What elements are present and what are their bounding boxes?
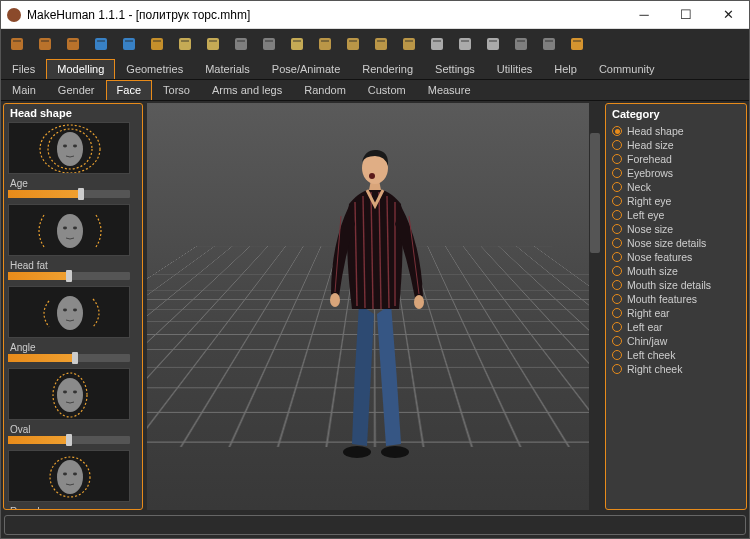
svg-rect-15 [209,40,217,42]
grid-icon[interactable] [229,32,253,56]
shape-thumb-head-fat[interactable] [8,204,130,256]
tab-geometries[interactable]: Geometries [115,59,194,79]
tab-pose-animate[interactable]: Pose/Animate [261,59,351,79]
subtab-arms-and-legs[interactable]: Arms and legs [201,80,293,100]
tab-files[interactable]: Files [1,59,46,79]
category-label: Neck [627,181,651,193]
category-mouth-size[interactable]: Mouth size [610,264,742,278]
bg-icon[interactable] [453,32,477,56]
shape-thumb-oval[interactable] [8,368,130,420]
category-label: Right eye [627,195,671,207]
help-icon[interactable] [565,32,589,56]
cam-front-icon[interactable] [313,32,337,56]
window-buttons: ─ ☐ ✕ [623,1,749,28]
svg-rect-32 [459,38,471,50]
subtab-torso[interactable]: Torso [152,80,201,100]
category-left-eye[interactable]: Left eye [610,208,742,222]
cam-reset-icon[interactable] [397,32,421,56]
subtab-gender[interactable]: Gender [47,80,106,100]
cam-side-icon[interactable] [341,32,365,56]
shape-thumb-round[interactable] [8,450,130,502]
subtab-face[interactable]: Face [106,80,152,100]
svg-rect-17 [237,40,245,42]
tab-materials[interactable]: Materials [194,59,261,79]
subtab-main[interactable]: Main [1,80,47,100]
fg-icon[interactable] [481,32,505,56]
category-chin-jaw[interactable]: Chin/jaw [610,334,742,348]
maximize-button[interactable]: ☐ [665,1,707,28]
svg-rect-21 [293,40,301,42]
viewport-scrollbar[interactable] [589,103,601,510]
tab-modelling[interactable]: Modelling [46,59,115,79]
axes-icon[interactable] [509,32,533,56]
radio-icon [612,224,622,234]
skeleton-icon[interactable] [173,32,197,56]
category-nose-size[interactable]: Nose size [610,222,742,236]
tab-utilities[interactable]: Utilities [486,59,543,79]
tab-settings[interactable]: Settings [424,59,486,79]
app-window: MakeHuman 1.1.1 - [политрук торс.mhm] ─ … [0,0,750,539]
smooth-icon[interactable] [285,32,309,56]
subtab-measure[interactable]: Measure [417,80,482,100]
category-neck[interactable]: Neck [610,180,742,194]
cam-top-icon[interactable] [369,32,393,56]
camera-icon[interactable] [537,32,561,56]
redo-icon[interactable] [117,32,141,56]
app-body: FilesModellingGeometriesMaterialsPose/An… [1,29,749,538]
file-open-icon[interactable] [5,32,29,56]
shape-slider-age[interactable] [8,190,130,198]
svg-point-42 [57,132,83,166]
file-export-icon[interactable] [61,32,85,56]
sun-icon[interactable] [425,32,449,56]
shape-list[interactable]: AgeHead fatAngleOvalRoundRectangular [4,122,142,509]
undo-icon[interactable] [89,32,113,56]
shape-thumb-age[interactable] [8,122,130,174]
category-right-eye[interactable]: Right eye [610,194,742,208]
category-nose-features[interactable]: Nose features [610,250,742,264]
svg-rect-37 [517,40,525,42]
svg-rect-25 [349,40,357,42]
shape-slider-head-fat[interactable] [8,272,130,280]
shape-label: Oval [8,422,138,436]
pose-icon[interactable] [201,32,225,56]
svg-rect-30 [431,38,443,50]
category-right-ear[interactable]: Right ear [610,306,742,320]
file-save-icon[interactable] [33,32,57,56]
category-forehead[interactable]: Forehead [610,152,742,166]
tab-rendering[interactable]: Rendering [351,59,424,79]
category-mouth-features[interactable]: Mouth features [610,292,742,306]
svg-point-66 [381,446,409,458]
category-nose-size-details[interactable]: Nose size details [610,236,742,250]
shape-thumb-angle[interactable] [8,286,130,338]
shape-slider-oval[interactable] [8,436,130,444]
svg-point-49 [73,227,77,230]
category-right-cheek[interactable]: Right cheek [610,362,742,376]
left-panel: Head shape AgeHead fatAngleOvalRoundRect… [3,103,143,510]
svg-point-44 [73,145,77,148]
category-head-shape[interactable]: Head shape [610,124,742,138]
tab-help[interactable]: Help [543,59,588,79]
shape-slider-angle[interactable] [8,354,130,362]
minimize-button[interactable]: ─ [623,1,665,28]
svg-rect-27 [377,40,385,42]
category-left-cheek[interactable]: Left cheek [610,348,742,362]
radio-icon [612,364,622,374]
category-left-ear[interactable]: Left ear [610,320,742,334]
checker-icon[interactable] [257,32,281,56]
category-mouth-size-details[interactable]: Mouth size details [610,278,742,292]
category-label: Left cheek [627,349,675,361]
viewport-3d[interactable] [147,103,601,510]
category-eyebrows[interactable]: Eyebrows [610,166,742,180]
category-head-size[interactable]: Head size [610,138,742,152]
close-button[interactable]: ✕ [707,1,749,28]
tab-community[interactable]: Community [588,59,666,79]
subtab-custom[interactable]: Custom [357,80,417,100]
titlebar: MakeHuman 1.1.1 - [политрук торс.mhm] ─ … [1,1,749,29]
svg-point-48 [63,227,67,230]
svg-rect-14 [207,38,219,50]
radio-icon [612,168,622,178]
subtab-random[interactable]: Random [293,80,357,100]
svg-point-57 [57,460,83,494]
category-label: Forehead [627,153,672,165]
refresh-icon[interactable] [145,32,169,56]
